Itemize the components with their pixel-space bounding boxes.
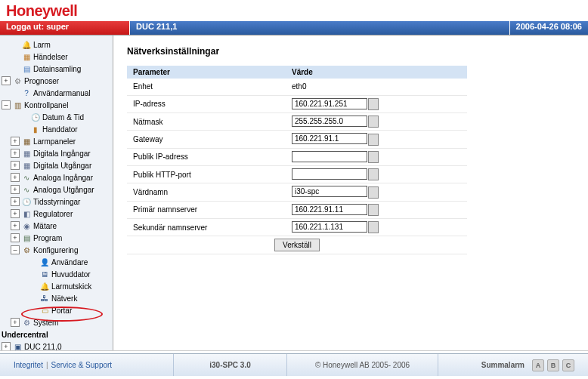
sidebar: 🔔Larm ▦Händelser ▤Datainsamling +⚙Progno…: [0, 35, 113, 350]
input-natmask[interactable]: [292, 116, 367, 127]
alarm-badge-a[interactable]: A: [532, 359, 544, 371]
input-ip[interactable]: [292, 98, 367, 109]
expand-icon[interactable]: +: [2, 342, 11, 350]
row-publik-ip: Publik IP-adress: [127, 148, 467, 165]
regulator-icon: ◧: [21, 209, 32, 218]
footer-product: i30-SPC 3.0: [174, 354, 287, 376]
picker-button[interactable]: [368, 186, 379, 199]
sidebar-item-anvandarmanual[interactable]: ?Användarmanual: [2, 87, 111, 99]
bell-icon: 🔔: [39, 282, 50, 291]
topbar: Honeywell: [0, 0, 588, 21]
sidebar-item-larmpaneler[interactable]: +▦Larmpaneler: [2, 135, 111, 147]
sidebar-item-konfigurering[interactable]: –⚙Konfigurering: [2, 244, 111, 256]
expand-icon[interactable]: +: [11, 318, 20, 327]
picker-button[interactable]: [368, 221, 379, 233]
expand-icon[interactable]: +: [11, 185, 20, 194]
collapse-icon[interactable]: –: [2, 100, 11, 109]
value-enhet: eth0: [292, 82, 306, 91]
grid-icon: ▦: [21, 161, 32, 170]
expand-icon[interactable]: +: [2, 76, 11, 85]
clock-icon: 🕒: [21, 197, 32, 206]
content-area: Nätverksinställningar Parameter Värde En…: [113, 35, 588, 350]
picker-button[interactable]: [368, 116, 379, 128]
picker-button[interactable]: [368, 98, 379, 110]
row-publik-http: Publik HTTP-port: [127, 165, 467, 183]
sidebar-heading-undercentral: Undercentral: [2, 328, 111, 340]
collapse-icon[interactable]: –: [11, 245, 20, 254]
picker-button[interactable]: [368, 134, 379, 146]
row-primar: Primär namnserver: [127, 201, 467, 218]
wave-icon: ∿: [21, 173, 32, 182]
help-icon: ?: [21, 88, 32, 97]
sidebar-item-dig-ut[interactable]: +▦Digitala Utgångar: [2, 159, 111, 171]
sidebar-item-handelser[interactable]: ▦Händelser: [2, 51, 111, 63]
sidebar-item-huvuddator[interactable]: 🖥Huvuddator: [2, 268, 111, 280]
expand-icon[interactable]: +: [11, 161, 20, 170]
sidebar-item-handdator[interactable]: ▮Handdator: [2, 123, 111, 135]
row-enhet: Enhet eth0: [127, 79, 467, 95]
calendar-icon: ▦: [21, 52, 32, 61]
input-sekundar[interactable]: [292, 221, 367, 233]
sidebar-item-natverk[interactable]: 🖧Nätverk: [2, 292, 111, 304]
input-vardnamn[interactable]: [292, 186, 367, 197]
content-title: Nätverksinställningar: [127, 46, 574, 57]
timestamp: 2006-04-26 08:06: [510, 21, 588, 35]
expand-icon[interactable]: +: [11, 233, 20, 242]
footer-copyright: © Honeywell AB 2005- 2006: [287, 354, 438, 376]
settings-table: Parameter Värde Enhet eth0 IP-adress Nät…: [127, 66, 467, 254]
sidebar-item-portar[interactable]: ▭Portar: [2, 304, 111, 316]
page-icon: ▤: [21, 64, 32, 73]
picker-button[interactable]: [368, 168, 379, 180]
input-publik-ip[interactable]: [292, 151, 367, 162]
submit-button[interactable]: Verkställ: [274, 239, 320, 251]
sidebar-item-datum-tid[interactable]: 🕒Datum & Tid: [2, 111, 111, 123]
row-sekundar: Sekundär namnserver: [127, 219, 467, 236]
input-primar[interactable]: [292, 204, 367, 215]
picker-button[interactable]: [368, 204, 379, 216]
expand-icon[interactable]: +: [11, 149, 20, 158]
input-gateway[interactable]: [292, 133, 367, 144]
sidebar-item-ana-in[interactable]: +∿Analoga Ingångar: [2, 171, 111, 183]
picker-button[interactable]: [368, 151, 379, 163]
sidebar-item-program[interactable]: +▤Program: [2, 232, 111, 244]
sidebar-item-datainsamling[interactable]: ▤Datainsamling: [2, 63, 111, 75]
expand-icon[interactable]: +: [11, 221, 20, 230]
expand-icon[interactable]: +: [11, 173, 20, 182]
sidebar-item-system[interactable]: +⚙System: [2, 316, 111, 328]
sidebar-item-ana-ut[interactable]: +∿Analoga Utgångar: [2, 183, 111, 196]
program-icon: ▤: [21, 233, 32, 242]
clock-icon: 🕒: [30, 112, 41, 122]
sidebar-item-dig-in[interactable]: +▦Digitala Ingångar: [2, 147, 111, 159]
sidebar-item-tidsstyrningar[interactable]: +🕒Tidsstyrningar: [2, 196, 111, 208]
grid-icon: ▦: [21, 137, 32, 146]
sidebar-item-regulatorer[interactable]: +◧Regulatorer: [2, 208, 111, 220]
alarm-badge-c[interactable]: C: [562, 359, 574, 371]
header-bar: Logga ut: super DUC 211,1 2006-04-26 08:…: [0, 21, 588, 35]
sidebar-item-prognoser[interactable]: +⚙Prognoser: [2, 75, 111, 87]
col-parameter: Parameter: [127, 66, 286, 79]
input-publik-http[interactable]: [292, 168, 367, 180]
sidebar-item-kontrollpanel[interactable]: –▥Kontrollpanel: [2, 99, 111, 111]
row-ip: IP-adress: [127, 95, 467, 112]
sidebar-item-duc[interactable]: +▣DUC 211,0: [2, 340, 111, 350]
expand-icon[interactable]: +: [11, 197, 20, 206]
sidebar-item-anvandare[interactable]: 👤Användare: [2, 256, 111, 268]
sidebar-item-larm[interactable]: 🔔Larm: [2, 39, 111, 51]
alarm-badge-b[interactable]: B: [547, 359, 559, 371]
sidebar-item-matare[interactable]: +◉Mätare: [2, 220, 111, 232]
grid-icon: ▦: [21, 149, 32, 158]
footer-summalarm: Summalarm: [481, 361, 525, 369]
meter-icon: ◉: [21, 221, 32, 230]
footer-link-support[interactable]: Service & Support: [51, 361, 113, 369]
logout-link[interactable]: Logga ut: super: [0, 21, 130, 35]
expand-icon[interactable]: +: [11, 137, 20, 146]
port-icon: ▭: [39, 306, 50, 315]
wave-icon: ∿: [21, 185, 32, 194]
sidebar-item-larmutskick[interactable]: 🔔Larmutskick: [2, 280, 111, 292]
footer-link-integritet[interactable]: Integritet: [14, 361, 43, 369]
gear-icon: ⚙: [12, 76, 23, 85]
col-value: Värde: [286, 66, 467, 79]
config-icon: ⚙: [21, 245, 32, 254]
expand-icon[interactable]: +: [11, 209, 20, 218]
row-vardnamn: Värdnamn: [127, 183, 467, 201]
